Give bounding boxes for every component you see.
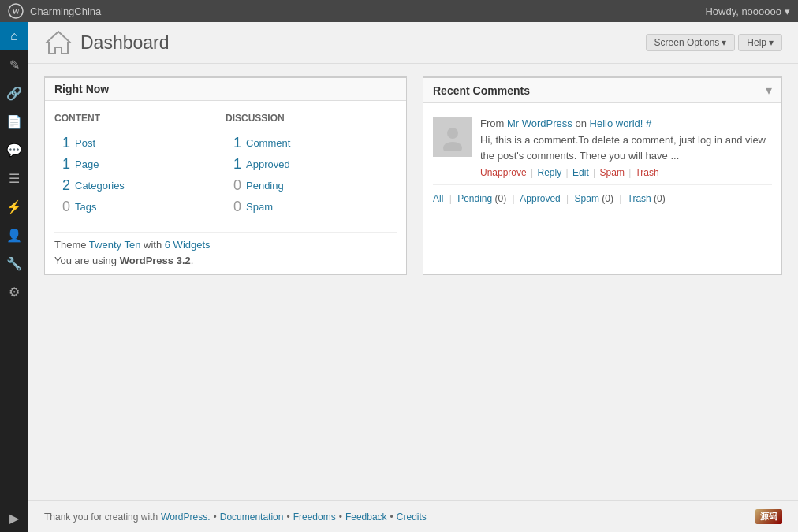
help-button[interactable]: Help ▾ bbox=[738, 34, 782, 51]
approved-count: 1 bbox=[226, 156, 241, 173]
sidebar-item-settings[interactable]: ⚙ bbox=[0, 277, 28, 306]
sidebar-item-appearance[interactable]: ☰ bbox=[0, 164, 28, 192]
user-dropdown-icon[interactable]: ▾ bbox=[785, 6, 790, 17]
version-value: WordPress 3.2 bbox=[120, 255, 191, 266]
footer-bullet-2: • bbox=[286, 512, 289, 523]
widget-toggle-icon[interactable]: ▾ bbox=[766, 83, 772, 98]
plugins-icon: ⚡ bbox=[6, 199, 22, 214]
sidebar-item-posts[interactable]: ✎ bbox=[0, 50, 28, 79]
svg-point-4 bbox=[443, 142, 462, 151]
pages-link[interactable]: Page bbox=[75, 158, 99, 170]
right-now-theme: Theme Twenty Ten with 6 Widgets bbox=[54, 232, 397, 251]
categories-count: 2 bbox=[54, 177, 70, 194]
pages-count: 1 bbox=[54, 156, 70, 173]
sidebar: ⌂ ✎ 🔗 📄 💬 ☰ ⚡ 👤 🔧 ⚙ ▶ bbox=[0, 22, 28, 532]
trash-link[interactable]: Trash bbox=[635, 167, 658, 178]
footer-wordpress-link[interactable]: WordPress. bbox=[161, 512, 210, 523]
theme-with: with bbox=[144, 239, 162, 251]
comment-avatar bbox=[433, 117, 472, 157]
posts-link[interactable]: Post bbox=[75, 137, 95, 149]
admin-bar: W CharmingChina Howdy, noooooo ▾ bbox=[0, 0, 798, 22]
recent-comments-header: Recent Comments ▾ bbox=[423, 78, 781, 103]
pending-count: 0 bbox=[226, 177, 241, 194]
categories-link[interactable]: Categories bbox=[75, 180, 125, 192]
right-now-widget: Right Now Content 1 Post 1 Page bbox=[44, 76, 407, 275]
right-now-item-posts: 1 Post bbox=[54, 135, 226, 151]
posts-count: 1 bbox=[54, 135, 70, 151]
sidebar-item-users[interactable]: 👤 bbox=[0, 221, 28, 249]
filter-trash-link[interactable]: Trash bbox=[628, 193, 651, 204]
spam-action-link[interactable]: Spam bbox=[600, 167, 625, 178]
right-now-item-comments: 1 Comment bbox=[226, 135, 397, 151]
right-now-item-pending: 0 Pending bbox=[226, 177, 397, 194]
page-title: Dashboard bbox=[80, 32, 170, 54]
filter-approved-link[interactable]: Approved bbox=[520, 193, 560, 204]
comment-filters: All | Pending (0) | Approved | Spam (0) … bbox=[433, 193, 772, 204]
filter-pending-link[interactable]: Pending bbox=[457, 193, 492, 204]
tools-icon: 🔧 bbox=[6, 256, 22, 271]
comment-actions: Unapprove | Reply | Edit | Spam | Trash bbox=[480, 167, 772, 178]
right-now-version: You are using WordPress 3.2. bbox=[54, 255, 397, 266]
comment-content-area: From Mr WordPress on Hello world! # Hi, … bbox=[480, 117, 772, 178]
comment-author-link[interactable]: Mr WordPress bbox=[507, 117, 572, 129]
approved-link[interactable]: Approved bbox=[246, 158, 290, 170]
screen-options-arrow-icon: ▾ bbox=[722, 37, 726, 48]
theme-link[interactable]: Twenty Ten bbox=[89, 239, 141, 251]
widgets-link[interactable]: 6 Widgets bbox=[165, 239, 211, 251]
footer-thanks-text: Thank you for creating with bbox=[44, 512, 158, 523]
content-heading: Content bbox=[54, 113, 226, 128]
dashboard-house-icon bbox=[44, 28, 73, 57]
right-now-title: Right Now bbox=[54, 83, 109, 95]
footer-freedoms-link[interactable]: Freedoms bbox=[293, 512, 336, 523]
sidebar-item-dashboard[interactable]: ⌂ bbox=[0, 22, 28, 50]
sidebar-item-tools[interactable]: 🔧 bbox=[0, 249, 28, 277]
appearance-icon: ☰ bbox=[9, 171, 20, 186]
unapprove-link[interactable]: Unapprove bbox=[480, 167, 527, 178]
sidebar-item-plugins[interactable]: ⚡ bbox=[0, 192, 28, 221]
recent-comments-title: Recent Comments bbox=[433, 84, 530, 97]
right-now-header: Right Now bbox=[45, 78, 406, 101]
comments-link[interactable]: Comment bbox=[246, 137, 290, 149]
pending-filter-count: (0) bbox=[495, 193, 507, 204]
admin-bar-left: W CharmingChina bbox=[8, 3, 101, 19]
pages-icon: 📄 bbox=[6, 114, 22, 129]
right-now-columns: Content 1 Post 1 Page 2 Categ bbox=[54, 109, 397, 224]
recent-comments-widget: Recent Comments ▾ From bbox=[423, 76, 782, 275]
settings-icon: ⚙ bbox=[9, 285, 20, 299]
sidebar-item-comments[interactable]: 💬 bbox=[0, 136, 28, 164]
footer-credits-link[interactable]: Credits bbox=[397, 512, 427, 523]
reply-link[interactable]: Reply bbox=[538, 167, 562, 178]
filter-spam-link[interactable]: Spam bbox=[575, 193, 599, 204]
screen-options-button[interactable]: Screen Options ▾ bbox=[646, 34, 736, 51]
links-icon: 🔗 bbox=[6, 86, 22, 101]
discussion-column: Discussion 1 Comment 1 Approved 0 bbox=[226, 113, 397, 220]
users-icon: 👤 bbox=[6, 228, 22, 243]
site-name[interactable]: CharmingChina bbox=[30, 6, 101, 17]
right-now-item-spam: 0 Spam bbox=[226, 199, 397, 215]
spam-count: 0 bbox=[226, 199, 241, 215]
right-now-body: Content 1 Post 1 Page 2 Categ bbox=[45, 101, 406, 274]
avatar-icon bbox=[438, 123, 467, 151]
dashboard-icon: ⌂ bbox=[10, 29, 18, 43]
tags-link[interactable]: Tags bbox=[75, 201, 96, 213]
comment-from-text: From bbox=[480, 117, 504, 129]
footer-bullet-4: • bbox=[390, 512, 393, 523]
comment-post-link[interactable]: Hello world! # bbox=[590, 117, 652, 129]
footer-documentation-link[interactable]: Documentation bbox=[220, 512, 284, 523]
right-now-item-approved: 1 Approved bbox=[226, 156, 397, 173]
sidebar-item-links[interactable]: 🔗 bbox=[0, 79, 28, 107]
pending-link[interactable]: Pending bbox=[246, 180, 284, 192]
sidebar-item-pages[interactable]: 📄 bbox=[0, 107, 28, 136]
version-label: You are using bbox=[54, 255, 117, 266]
filter-all-link[interactable]: All bbox=[433, 193, 443, 204]
collapse-icon: ▶ bbox=[9, 511, 19, 526]
spam-link[interactable]: Spam bbox=[246, 201, 273, 213]
header-buttons: Screen Options ▾ Help ▾ bbox=[646, 34, 782, 51]
wp-logo-icon: W bbox=[8, 3, 24, 19]
posts-icon: ✎ bbox=[9, 58, 20, 73]
watermark: 源码 bbox=[755, 509, 782, 524]
sidebar-item-collapse[interactable]: ▶ bbox=[0, 504, 28, 532]
content-area: Right Now Content 1 Post 1 Page bbox=[28, 64, 798, 287]
edit-link[interactable]: Edit bbox=[572, 167, 589, 178]
footer-feedback-link[interactable]: Feedback bbox=[345, 512, 387, 523]
